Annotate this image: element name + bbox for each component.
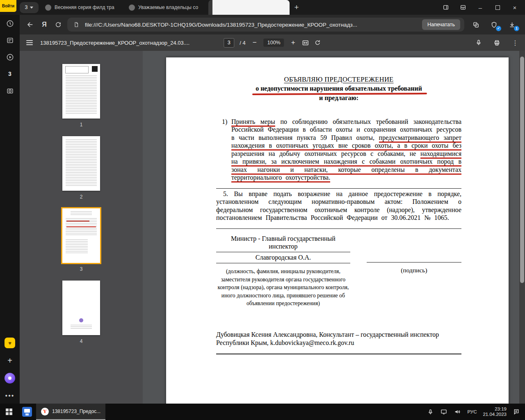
divider-line (216, 228, 461, 229)
thumbnail-preview (71, 325, 92, 330)
zoom-level[interactable]: 100% (264, 39, 284, 47)
reload-icon[interactable] (53, 20, 63, 30)
thumbnail-page-1[interactable]: 1 (62, 64, 100, 128)
rail-more-icon[interactable]: ••• (5, 391, 14, 400)
browser-window: Войти 3 Весенняя серия филд тра Уважаемы… (0, 0, 525, 420)
language-indicator[interactable]: РУС (467, 409, 477, 414)
vertical-scrollbar[interactable] (519, 51, 525, 404)
time: 23:19 (483, 406, 507, 412)
maximize-button[interactable] (494, 4, 501, 11)
screenshot-icon[interactable] (5, 86, 14, 95)
chevron-down-icon (30, 7, 33, 9)
close-button[interactable]: × (511, 4, 518, 11)
volume-icon[interactable] (454, 408, 461, 415)
signature-line (216, 252, 350, 252)
pdf-document-title: 138195723_Предостережение_КРООР_охотнадз… (40, 40, 189, 46)
feed-icon[interactable] (5, 36, 14, 45)
print-page-button[interactable]: Напечатать (422, 19, 460, 30)
clause-5-paragraph: 5. Вы вправе подать возражение на данное… (216, 190, 461, 222)
new-tab-button[interactable]: + (290, 3, 304, 12)
display-icon[interactable] (440, 408, 447, 415)
thumbnail-preview[interactable] (62, 281, 100, 335)
signature-left-column: Министр - Главный государственный инспек… (216, 235, 350, 308)
side-panel-icon[interactable] (442, 4, 450, 11)
yandex-search-icon[interactable]: Я (39, 20, 49, 30)
thumbnail-preview (79, 318, 83, 322)
zoom-in-button[interactable]: + (290, 39, 297, 47)
thumbnail-preview (66, 240, 88, 253)
login-button[interactable]: Войти (0, 0, 16, 12)
pdf-menu-icon[interactable] (26, 40, 33, 45)
clause-1-paragraph: 1) Принять меры по соблюдению обязательн… (216, 118, 461, 182)
pdf-favicon (212, 0, 290, 15)
pdf-toolbar-actions: ⋮ (475, 39, 518, 47)
rail-tab-count[interactable]: 3 (5, 69, 14, 78)
file-icon (71, 20, 81, 30)
address-bar: Я file:///C:/Users/Nano68.DESKTOP-1CHQ19… (20, 15, 525, 34)
tab-favicon (45, 5, 51, 11)
tab-counter-button[interactable]: 3 (20, 2, 39, 13)
history-icon[interactable] (5, 19, 14, 28)
date: 21.04.2023 (483, 412, 507, 418)
page-total-label: / 4 (240, 40, 245, 46)
notification-center-icon[interactable] (513, 408, 520, 415)
minimize-button[interactable]: – (477, 4, 484, 11)
thumbnail-preview (66, 139, 97, 187)
protect-shield-icon[interactable]: ✓ (489, 20, 499, 30)
minister-title: Министр - Главный государственный инспек… (216, 235, 350, 250)
more-options-icon[interactable]: ⋮ (512, 39, 518, 47)
thumbnail-preview (92, 66, 98, 72)
shield-check-badge: ✓ (496, 26, 501, 31)
thumbnail-preview[interactable] (62, 208, 100, 263)
taskbar-item-title: 138195723_Предос... (52, 409, 100, 414)
thumbnail-page-2[interactable]: 2 (62, 136, 100, 200)
thumbnail-preview[interactable] (62, 136, 100, 191)
add-widget-icon[interactable]: + (5, 356, 14, 365)
tab-title: Уважаемые владельцы со (138, 5, 202, 10)
microphone-icon[interactable] (427, 408, 434, 415)
office-app-button[interactable] (18, 404, 36, 420)
minister-name: Славгородская О.А. (216, 253, 350, 262)
tab-counter-value: 3 (25, 5, 28, 10)
browser-tab-2[interactable]: Уважаемые владельцы со (125, 0, 206, 15)
system-tray: РУС 23:19 21.04.2023 (427, 406, 525, 418)
start-button[interactable] (0, 404, 18, 420)
document-subtitle-wrap: о недопустимости нарушения обязательных … (216, 84, 461, 93)
tab-groups-icon[interactable] (459, 4, 467, 11)
thumbnail-page-number: 1 (62, 122, 100, 128)
address-url[interactable]: file:///C:/Users/Nano68.DESKTOP-1CHQ19G/… (85, 22, 418, 28)
browser-tab-1[interactable]: Весенняя серия филд тра (41, 0, 122, 15)
tab-title: Весенняя серия филд тра (55, 5, 118, 10)
read-aloud-mic-icon[interactable] (475, 39, 482, 46)
thumbnail-page-4[interactable]: 4 (62, 281, 100, 344)
video-icon[interactable] (5, 52, 14, 62)
browser-tab-3-active[interactable]: 138195723_Предостере × (208, 0, 290, 15)
page-number-input[interactable]: 3 (224, 38, 234, 48)
clause-1-text: Принять меры по соблюдению обязательных … (231, 118, 461, 183)
collections-icon[interactable] (471, 20, 481, 30)
thumbnail-preview (66, 221, 89, 221)
clock[interactable]: 23:19 21.04.2023 (483, 406, 507, 418)
thumbnail-preview[interactable] (62, 64, 100, 119)
thumbnail-preview (66, 226, 96, 227)
print-icon[interactable] (493, 39, 500, 46)
alice-assistant-icon[interactable] (5, 373, 15, 383)
download-icon[interactable]: 1 (507, 20, 517, 30)
zoom-out-button[interactable]: − (251, 39, 258, 47)
back-icon[interactable] (25, 20, 35, 30)
thumbnail-preview (66, 75, 97, 115)
scrollbar-thumb[interactable] (520, 57, 524, 283)
inspector-contact: Дубовицкая Ксения Александровна, Консуль… (216, 331, 461, 347)
thumbnail-page-3-selected[interactable]: 3 (62, 208, 100, 272)
pdf-page-zoom-controls: 3 / 4 − 100% + (224, 38, 321, 48)
divider-line (216, 188, 461, 189)
document-title: ОБЪЯВЛЯЮ ПРЕДОСТЕРЕЖЕНИЕ (216, 75, 461, 84)
document-app-icon (22, 407, 32, 417)
favorites-icon[interactable]: ♥ (5, 338, 15, 348)
fit-width-icon[interactable] (302, 39, 309, 46)
rotate-icon[interactable] (315, 39, 321, 46)
url-field[interactable]: file:///C:/Users/Nano68.DESKTOP-1CHQ19G/… (67, 18, 464, 32)
yandex-browser-icon: Y (41, 408, 49, 415)
tab-bar: Войти 3 Весенняя серия филд тра Уважаемы… (0, 0, 525, 15)
taskbar-browser-item[interactable]: Y 138195723_Предос... (36, 404, 105, 420)
